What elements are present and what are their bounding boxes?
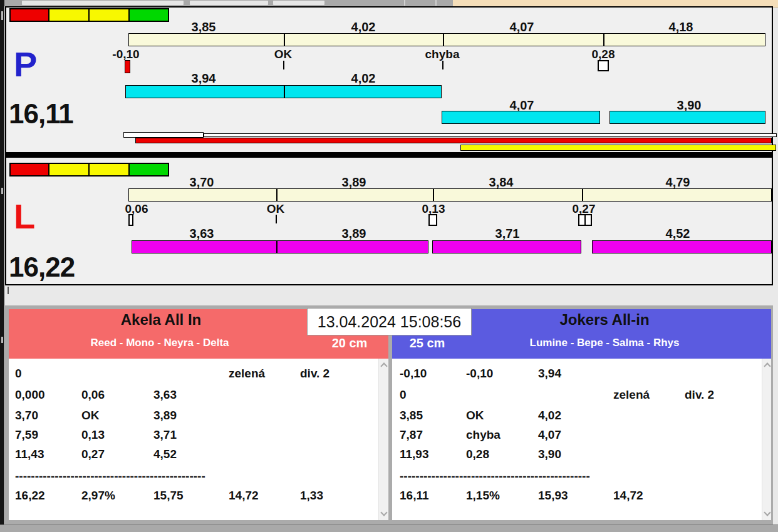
top-toolbar-strip <box>0 0 453 6</box>
l-run-bar-2 <box>432 240 581 253</box>
traffic-block-yellow <box>48 8 90 22</box>
segment-divider <box>443 34 444 46</box>
l-side-letter: L <box>14 199 35 234</box>
result-cell: 1,15% <box>466 489 500 503</box>
p-ref-label: 4,02 <box>351 20 376 34</box>
l-panel: 3,70 3,89 3,84 4,79 0,06 OK 0,13 0,27 3,… <box>6 158 772 285</box>
result-row: 0,0000,063,63 <box>9 388 378 404</box>
l-run-label: 3,71 <box>495 227 520 241</box>
result-cell: 15,75 <box>153 489 184 503</box>
result-cell: 0,000 <box>15 388 45 402</box>
result-cell: 3,90 <box>538 448 561 461</box>
result-cell: chyba <box>466 428 501 442</box>
right-scrollbar[interactable] <box>762 359 771 520</box>
result-cell: -0,10 <box>400 367 427 381</box>
l-ref-label: 3,89 <box>342 175 366 190</box>
p-penalty-marker <box>125 60 130 73</box>
result-cell: 0,13 <box>81 428 105 442</box>
right-team-members: Lumine - Bepe - Salma - Rhys <box>530 337 680 349</box>
scroll-down-icon[interactable] <box>380 509 387 516</box>
result-cell: 16,11 <box>400 489 429 503</box>
p-progress-track <box>204 133 777 137</box>
left-team-title: Akela All In <box>121 311 201 329</box>
result-cell: 7,59 <box>15 428 38 442</box>
right-result-rows: -0,10-0,103,940zelenádiv. 23,85OK4,027,8… <box>393 359 762 520</box>
result-cell: 0 <box>15 367 22 381</box>
result-cell: 2,97% <box>81 489 115 503</box>
left-team-members: Reed - Mono - Neyra - Delta <box>90 337 229 349</box>
traffic-block-yellow <box>88 8 130 22</box>
result-row: 3,70OK3,89 <box>9 409 378 425</box>
window-left-edge <box>0 0 4 532</box>
result-cell: ----------------------------------------… <box>400 469 590 483</box>
edge-mark <box>1 11 3 20</box>
result-cell: div. 2 <box>685 388 714 402</box>
toolbar-segment <box>190 1 268 5</box>
l-ref-label: 3,84 <box>489 175 514 190</box>
result-row: ----------------------------------------… <box>9 469 378 486</box>
traffic-block-red <box>9 8 49 22</box>
segment-divider <box>276 189 277 201</box>
segment-divider <box>603 34 604 46</box>
result-row: 0zelenádiv. 2 <box>393 388 762 404</box>
p-check-label: chyba <box>425 48 460 61</box>
result-row: 11,930,283,90 <box>393 448 762 464</box>
traffic-block-yellow <box>88 163 130 176</box>
p-check-label: 0,28 <box>592 48 615 61</box>
p-chyba-tick <box>442 61 443 69</box>
ruler-notch <box>8 287 9 294</box>
result-row: 11,430,274,52 <box>9 448 378 464</box>
p-progress-red-bar <box>135 138 772 143</box>
toolbar-tick <box>404 0 405 6</box>
result-cell: 3,85 <box>400 409 423 422</box>
result-cell: 16,22 <box>15 489 45 503</box>
result-row: 0zelenádiv. 2 <box>9 367 378 383</box>
p-ref-label: 4,18 <box>669 20 693 34</box>
p-check-label: OK <box>274 48 293 61</box>
scroll-down-icon[interactable] <box>764 509 770 516</box>
segment-divider <box>284 86 285 98</box>
result-cell: 11,43 <box>15 448 44 461</box>
left-scrollbar[interactable] <box>378 359 388 520</box>
toolbar-segment <box>22 1 184 5</box>
p-check-label: -0,10 <box>112 48 139 61</box>
result-cell: zelená <box>613 388 650 402</box>
result-row: ----------------------------------------… <box>393 469 762 486</box>
l-total-time: 16,22 <box>9 253 75 281</box>
result-cell: zelená <box>229 367 265 381</box>
toolbar-segment <box>273 1 324 5</box>
p-ref-label: 3,85 <box>192 20 216 34</box>
result-cell: 14,72 <box>613 489 643 503</box>
right-team-title: Jokers All-in <box>559 311 649 329</box>
p-run-bar-1 <box>125 85 442 98</box>
traffic-block-green <box>128 163 169 176</box>
p-ref-label: 4,07 <box>510 20 534 34</box>
result-cell: 0,27 <box>81 448 105 461</box>
edge-mark <box>1 337 3 343</box>
p-run-bar-2b <box>609 111 765 124</box>
result-cell: 0 <box>400 388 407 402</box>
result-cell: 7,87 <box>400 428 423 442</box>
traffic-block-green <box>128 8 169 22</box>
result-cell: 4,52 <box>153 448 177 461</box>
scroll-up-icon[interactable] <box>764 362 770 369</box>
segment-divider <box>582 189 583 201</box>
result-cell: 1,33 <box>300 489 323 503</box>
p-side-letter: P <box>14 47 37 82</box>
l-check-box <box>428 214 437 226</box>
result-cell: 14,72 <box>229 489 259 503</box>
status-bar <box>0 524 778 532</box>
result-cell: OK <box>466 409 484 422</box>
result-cell: div. 2 <box>300 367 329 381</box>
l-run-bar-1 <box>132 240 428 253</box>
scroll-up-icon[interactable] <box>380 362 387 369</box>
result-cell: 0,28 <box>466 448 489 461</box>
traffic-block-yellow <box>48 163 90 176</box>
datetime-display: 13.04.2024 15:08:56 <box>307 308 472 335</box>
result-cell: 3,71 <box>153 428 177 442</box>
result-cell: 11,93 <box>400 448 429 461</box>
left-result-rows: 0zelenádiv. 20,0000,063,633,70OK3,897,59… <box>9 359 378 520</box>
edge-mark <box>1 188 3 194</box>
result-cell: 4,07 <box>538 428 561 442</box>
l-ref-label: 3,70 <box>190 175 214 190</box>
